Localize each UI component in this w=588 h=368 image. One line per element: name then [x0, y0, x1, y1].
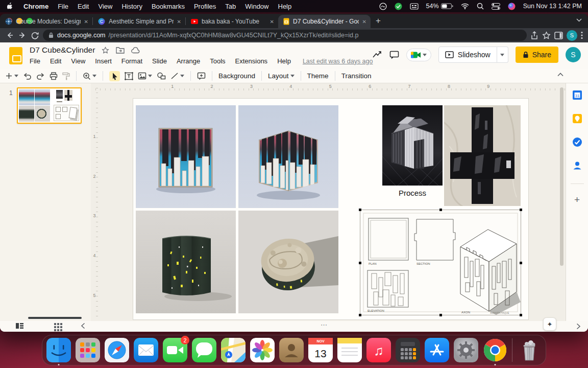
dock-messages-icon[interactable] — [192, 338, 216, 362]
document-status-cloud-icon[interactable] — [131, 47, 140, 54]
theme-button[interactable]: Theme — [307, 72, 329, 80]
selected-drawing-image[interactable]: PLAN SECTION ELEVATION — [360, 210, 521, 315]
menubar-item-window[interactable]: Window — [245, 3, 268, 10]
menu-extensions[interactable]: Extensions — [235, 57, 268, 65]
photo-cylinder-front[interactable] — [136, 211, 236, 313]
collapse-toolbar-chevron[interactable] — [557, 73, 564, 77]
dock-photos-icon[interactable] — [250, 338, 275, 362]
explore-spark-button[interactable]: ✦ — [543, 317, 556, 331]
tab-close-icon[interactable]: ✕ — [362, 19, 366, 25]
insert-line-caret[interactable] — [180, 75, 184, 77]
background-button[interactable]: Background — [218, 72, 255, 80]
back-button[interactable] — [5, 31, 14, 40]
redo-button[interactable] — [36, 72, 45, 80]
dock-contacts-icon[interactable] — [279, 338, 304, 362]
select-tool-button[interactable] — [109, 71, 120, 81]
filmstrip-view-button[interactable] — [15, 322, 24, 330]
menu-tools[interactable]: Tools — [210, 57, 225, 65]
print-button[interactable] — [50, 72, 58, 80]
browser-profile-avatar[interactable]: S — [567, 30, 577, 41]
new-tab-button[interactable]: + — [376, 16, 381, 26]
meet-call-button[interactable] — [406, 49, 431, 61]
tab-course-modules[interactable]: Course Modules: Design 1 ✕ — [0, 15, 92, 28]
dock-launchpad-icon[interactable] — [76, 338, 100, 362]
menu-edit[interactable]: Edit — [50, 57, 61, 65]
menu-help[interactable]: Help — [277, 57, 291, 65]
menubar-clock[interactable]: Sun Nov 13 1:42 PM — [523, 3, 582, 10]
selection-handle-se[interactable] — [520, 314, 522, 316]
menu-slide[interactable]: Slide — [152, 57, 167, 65]
tab-google-slides-active[interactable]: D7 Cube&Cylinder - Google Sl ✕ — [278, 15, 371, 28]
contacts-panel-icon[interactable] — [572, 160, 583, 171]
tab-youtube[interactable]: baka baka - YouTube ✕ — [186, 15, 278, 28]
selection-handle-s[interactable] — [439, 314, 442, 316]
photo-cube-angled[interactable] — [238, 105, 338, 208]
dock-appstore-icon[interactable] — [425, 338, 449, 362]
dock-mail-icon[interactable] — [134, 338, 158, 362]
side-panel-icon[interactable] — [554, 32, 563, 39]
canvas-scrollbar[interactable] — [560, 87, 564, 316]
selection-handle-w[interactable] — [359, 262, 361, 264]
antivirus-icon[interactable] — [395, 3, 402, 10]
transition-button[interactable]: Transition — [341, 72, 372, 80]
dock-finder-icon[interactable] — [46, 338, 71, 362]
layout-button[interactable]: Layout — [268, 72, 295, 80]
tasks-panel-icon[interactable] — [572, 136, 583, 148]
dock-safari-icon[interactable] — [105, 338, 129, 362]
selection-handle-n[interactable] — [439, 209, 442, 211]
comment-history-icon[interactable] — [389, 51, 399, 59]
slide-page[interactable]: Process — [133, 98, 529, 320]
bookmark-star-icon[interactable] — [542, 31, 551, 40]
dock-trash-icon[interactable] — [517, 338, 542, 362]
dock-settings-icon[interactable] — [454, 338, 478, 362]
wifi-icon[interactable] — [461, 3, 469, 9]
insert-image-caret[interactable] — [148, 75, 152, 77]
spotlight-search-icon[interactable] — [477, 3, 484, 10]
menu-format[interactable]: Format — [121, 57, 142, 65]
tab-canva[interactable]: C Aesthetic Simple and Professio ✕ — [93, 15, 185, 28]
share-page-icon[interactable] — [530, 31, 538, 40]
insert-comment-button[interactable] — [197, 72, 206, 80]
creative-cloud-icon[interactable] — [379, 3, 387, 10]
selection-handle-nw[interactable] — [359, 209, 361, 211]
calendar-panel-icon[interactable]: 31 — [572, 89, 583, 101]
menubar-item-tab[interactable]: Tab — [225, 3, 236, 10]
zoom-caret[interactable] — [92, 75, 96, 77]
siri-icon[interactable] — [508, 3, 516, 10]
slides-logo-icon[interactable] — [9, 47, 22, 64]
dock-calendar-icon[interactable]: NOV 13 — [308, 338, 333, 362]
address-bar[interactable]: docs.google.com/presentation/d/11AoMm-xq… — [43, 30, 527, 41]
document-activity-icon[interactable] — [372, 51, 382, 59]
collapse-filmstrip-chevron[interactable] — [81, 323, 85, 329]
share-button[interactable]: Share — [516, 47, 558, 63]
filmstrip-scrollbar[interactable] — [28, 317, 82, 319]
browser-menu-kebab-icon[interactable] — [581, 31, 583, 39]
menubar-app-name[interactable]: Chrome — [23, 3, 48, 10]
text-box-button[interactable] — [125, 72, 133, 80]
grid-view-button[interactable] — [54, 323, 62, 331]
menubar-item-profiles[interactable]: Profiles — [194, 3, 216, 10]
battery-indicator[interactable]: 54% — [426, 3, 453, 10]
dock-facetime-icon[interactable]: 2 — [163, 338, 187, 362]
tab-close-icon[interactable]: ✕ — [270, 19, 274, 25]
menubar-item-history[interactable]: History — [121, 3, 142, 10]
menu-file[interactable]: File — [30, 57, 40, 65]
menubar-item-help[interactable]: Help — [278, 3, 292, 10]
menu-view[interactable]: View — [71, 57, 85, 65]
menubar-item-bookmarks[interactable]: Bookmarks — [152, 3, 185, 10]
new-slide-button[interactable] — [5, 72, 18, 80]
menu-insert[interactable]: Insert — [95, 57, 112, 65]
keep-panel-icon[interactable] — [572, 113, 583, 124]
photo-cube-front[interactable] — [136, 105, 236, 208]
last-edit-link[interactable]: Last edit was 6 days ago — [303, 58, 373, 65]
selection-handle-ne[interactable] — [520, 209, 522, 211]
dock-maps-icon[interactable] — [221, 338, 246, 362]
dock-notes-icon[interactable] — [337, 338, 362, 362]
insert-image-button[interactable] — [138, 72, 152, 80]
document-title[interactable]: D7 Cube&Cylinder — [30, 45, 95, 55]
control-center-icon[interactable] — [492, 3, 500, 10]
expand-side-panel-chevron[interactable] — [576, 323, 581, 330]
star-document-icon[interactable] — [102, 47, 109, 54]
move-to-folder-icon[interactable] — [116, 47, 125, 54]
input-source-icon[interactable] — [410, 3, 419, 10]
